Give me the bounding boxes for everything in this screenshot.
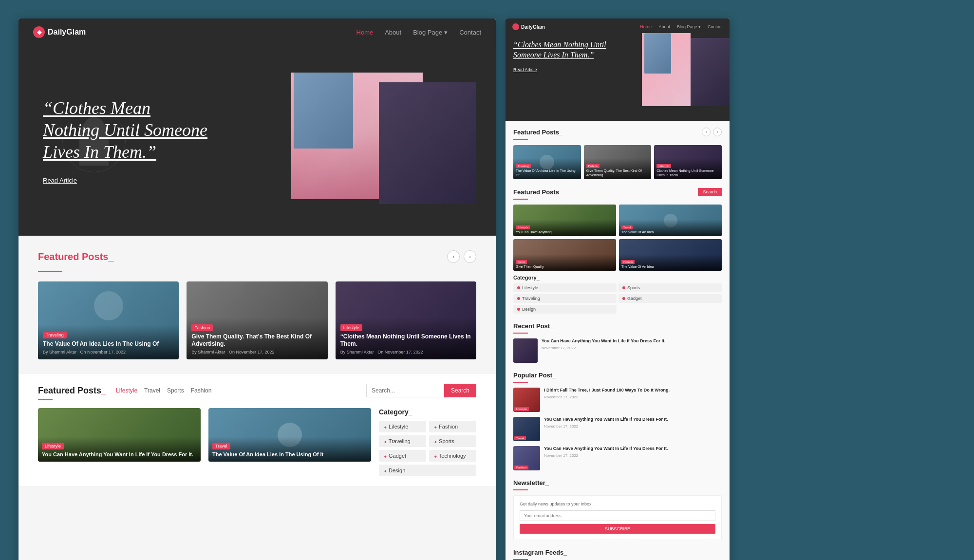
popular-title-2: You Can Have Anything You Want In Life I… (544, 417, 722, 423)
jeans-jacket (294, 73, 353, 149)
nav-blog[interactable]: Blog Page ▾ (413, 29, 448, 36)
featured-posts-title: Featured Posts_ (38, 251, 114, 262)
right-feat2-3[interactable]: Sports Give Them Quality (513, 239, 616, 271)
right-read-article-link[interactable]: Read Article (513, 67, 634, 72)
right-logo[interactable]: DailyGlam (512, 23, 545, 30)
left-panel: ◆ DailyGlam Home About Blog Page ▾ Conta… (19, 19, 496, 560)
right-nav-about[interactable]: About (658, 24, 670, 29)
right-next-arrow[interactable]: › (713, 128, 722, 136)
cat-design[interactable]: ⬥ Design (379, 465, 476, 476)
popular-thumb-1[interactable]: Lifestyle (513, 388, 540, 412)
cat-dot (517, 297, 520, 300)
card-3-tag: Lifestyle (340, 324, 362, 331)
logo-icon: ◆ (33, 26, 45, 38)
right-feat-card-2[interactable]: Fashion Give Them Quality. The Best Kind… (584, 145, 652, 179)
nav-contact[interactable]: Contact (459, 29, 481, 36)
next-arrow[interactable]: › (464, 250, 476, 263)
cat-icon: ⬥ (434, 438, 437, 444)
right-nav-blog[interactable]: Blog Page ▾ (677, 24, 701, 29)
popular-thumb-2[interactable]: Travel (513, 417, 540, 441)
featured-posts-header: Featured Posts_ ‹ › (38, 250, 476, 263)
right-feat2-2[interactable]: Travel The Value Of An Idea (619, 205, 722, 236)
instagram-section: Instagram Feeds_ (513, 549, 722, 560)
tab-sports[interactable]: Sports (167, 387, 184, 394)
second-header: Featured Posts_ Lifestyle Travel Sports … (38, 384, 476, 397)
navbar: ◆ DailyGlam Home About Blog Page ▾ Conta… (19, 19, 496, 46)
section-underline (38, 271, 62, 272)
newsletter-email-input[interactable] (520, 510, 715, 521)
popular-meta-2: November 17, 2022 (544, 424, 722, 429)
cat-traveling[interactable]: ⬥ Traveling (379, 435, 426, 447)
r-card-3-title: Clothes Mean Nothing Until Someone Lives… (656, 169, 719, 177)
right-nav-contact[interactable]: Contact (708, 24, 723, 29)
read-article-link[interactable]: Read Article (43, 177, 77, 184)
recent-thumb-1[interactable] (513, 338, 538, 363)
popular-tag-1: Lifestyle (514, 407, 529, 411)
fashion-fig2 (379, 82, 476, 204)
featured-card-3[interactable]: Lifestyle “Clothes Mean Nothing Until So… (336, 281, 476, 359)
tab-fashion[interactable]: Fashion (191, 387, 212, 394)
right-feat-card-1[interactable]: Traveling The Value Of An Idea Lies In T… (513, 145, 581, 179)
right-underline-3 (513, 333, 528, 334)
right-feat2-4[interactable]: Fashion The Value Of An Idea (619, 239, 722, 271)
featured-card-1[interactable]: Traveling The Value Of An Idea Lies In T… (38, 281, 179, 359)
recent-info-1: You Can Have Anything You Want In Life I… (542, 338, 722, 350)
cat-technology[interactable]: ⬥ Technology (429, 450, 476, 462)
right-prev-arrow[interactable]: ‹ (702, 128, 711, 136)
site-logo[interactable]: ◆ DailyGlam (33, 26, 86, 38)
right-category-section: Category_ Lifestyle Sports Traveling (513, 275, 722, 314)
cat-lifestyle[interactable]: ⬥ Lifestyle (379, 421, 426, 432)
right-featured-title: Featured Posts_ ‹ › (513, 128, 722, 136)
right-hero: DailyGlam Home About Blog Page ▾ Contact… (506, 19, 730, 121)
right-cat-grid: Lifestyle Sports Traveling Gadget (513, 283, 722, 314)
right-cat-design[interactable]: Design (513, 305, 617, 314)
site-name: DailyGlam (48, 28, 86, 37)
post-thumb-1[interactable]: Lifestyle You Can Have Anything You Want… (38, 408, 201, 462)
tab-lifestyle[interactable]: Lifestyle (116, 387, 137, 394)
right-featured-section-2: Featured Posts_ Search Lifestyle You Can… (513, 188, 722, 314)
right-cat-lifestyle[interactable]: Lifestyle (513, 283, 617, 292)
right-featured-2-title: Featured Posts_ Search (513, 188, 722, 196)
rf2-1-tag: Lifestyle (516, 225, 530, 229)
featured-posts-section-2: Featured Posts_ Lifestyle Travel Sports … (19, 374, 496, 486)
rf2-4-overlay: Fashion The Value Of An Idea (619, 254, 722, 271)
right-cat-sports[interactable]: Sports (618, 283, 722, 292)
right-search-button[interactable]: Search (698, 188, 722, 196)
post-1-title: You Can Have Anything You Want In Life I… (42, 451, 197, 458)
right-panel: DailyGlam Home About Blog Page ▾ Contact… (506, 19, 730, 560)
right-feat-cards: Traveling The Value Of An Idea Lies In T… (513, 145, 722, 179)
tab-travel[interactable]: Travel (144, 387, 160, 394)
nav-home[interactable]: Home (356, 29, 374, 36)
cat-gadget[interactable]: ⬥ Gadget (379, 450, 426, 462)
recent-meta-1: November 17, 2022 (542, 346, 722, 350)
cat-fashion[interactable]: ⬥ Fashion (429, 421, 476, 432)
right-cat-traveling[interactable]: Traveling (513, 294, 617, 303)
r-card-2-overlay: Fashion Give Them Quality. The Best Kind… (584, 158, 652, 179)
nav-about[interactable]: About (385, 29, 401, 36)
prev-arrow[interactable]: ‹ (447, 250, 460, 263)
right-featured-section: Featured Posts_ ‹ › Traveling The Value … (513, 128, 722, 179)
rf2-4-title: The Value Of An Idea (621, 265, 719, 269)
right-underline-4 (513, 382, 528, 383)
subscribe-button[interactable]: SUBSCRIBE (520, 524, 715, 534)
search-button[interactable]: Search (444, 384, 476, 397)
cat-sports[interactable]: ⬥ Sports (429, 435, 476, 447)
chevron-down-icon: ▾ (444, 29, 448, 36)
popular-thumb-3[interactable]: Fashion (513, 446, 540, 470)
search-input[interactable] (366, 384, 444, 397)
popular-tag-3: Fashion (514, 466, 528, 469)
right-img-dark (691, 38, 730, 106)
featured-card-2[interactable]: Fashion Give Them Quality. That's The Be… (187, 281, 327, 359)
right-cat-gadget[interactable]: Gadget (618, 294, 722, 303)
right-feat2-1[interactable]: Lifestyle You Can Have Anything (513, 205, 616, 236)
card-2-overlay: Fashion Give Them Quality. That's The Be… (187, 317, 327, 359)
r-card-1-tag: Traveling (516, 164, 531, 168)
popular-info-1: I Didn't Fall The Tree, I Just Found 100… (544, 388, 722, 399)
right-site-name: DailyGlam (521, 24, 545, 30)
category-grid: ⬥ Lifestyle ⬥ Fashion ⬥ Traveling ⬥ (379, 421, 476, 476)
r-card-1-title: The Value Of An Idea Lies In The Using O… (516, 169, 579, 177)
post-thumb-2[interactable]: Travel The Value Of An Idea Lies In The … (208, 408, 371, 462)
popular-tag-2: Travel (514, 436, 526, 440)
right-feat-card-3[interactable]: Lifestyle Clothes Mean Nothing Until Som… (654, 145, 722, 179)
right-nav-home[interactable]: Home (640, 24, 652, 29)
